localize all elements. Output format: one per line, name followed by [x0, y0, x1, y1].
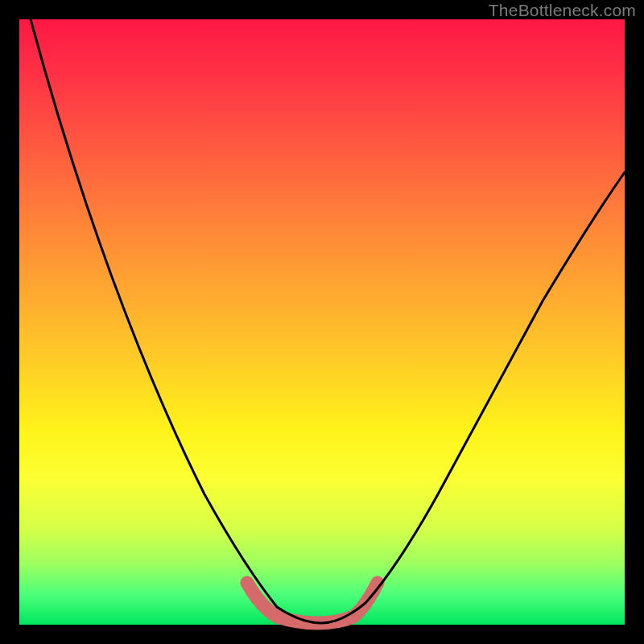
watermark-text: TheBottleneck.com: [489, 1, 636, 20]
chart-plot-area: [19, 19, 625, 625]
chart-svg: [19, 19, 625, 625]
chart-frame: TheBottleneck.com: [0, 0, 644, 644]
bottleneck-curve: [31, 19, 625, 623]
optimal-zone-highlight: [247, 583, 378, 623]
